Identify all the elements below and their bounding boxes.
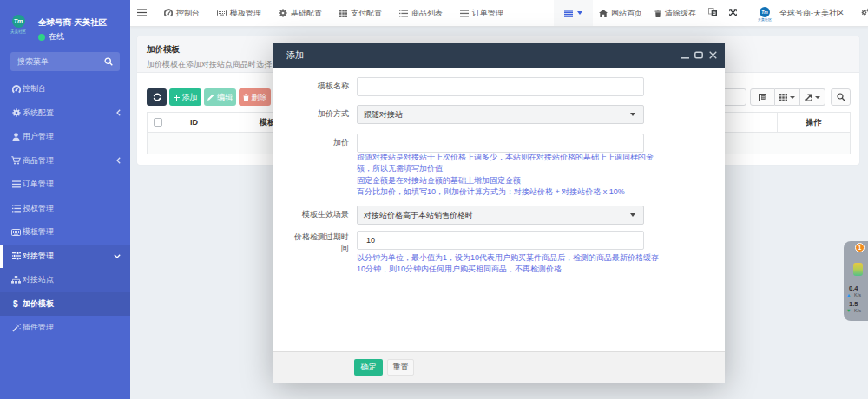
nav-translate[interactable] — [702, 0, 723, 26]
sliders-icon — [11, 252, 21, 261]
nav-clear-cache[interactable]: 清除缓存 — [648, 0, 702, 26]
nav-tabs-dropdown[interactable] — [554, 0, 593, 26]
export-button[interactable] — [800, 88, 825, 106]
sidebar-item-9[interactable]: $加价模板 — [0, 292, 130, 317]
chevron-left-icon — [116, 157, 121, 164]
col-action[interactable]: 操作 — [778, 113, 851, 133]
sidebar-item-7[interactable]: 对接管理 — [0, 245, 130, 269]
template-name-input[interactable] — [357, 77, 644, 96]
gear-icon — [279, 9, 287, 17]
refresh-button[interactable] — [147, 88, 167, 106]
svg-text:$: $ — [13, 299, 18, 309]
label-scene: 模板生效场景 — [293, 209, 349, 220]
sidebar-item-label: 授权管理 — [23, 203, 54, 214]
sidebar-item-8[interactable]: 对接站点 — [0, 268, 130, 292]
list-icon — [11, 180, 21, 189]
nav-tab-3[interactable]: 支付配置 — [331, 0, 391, 26]
paging-toggle-button[interactable] — [750, 88, 775, 106]
label-markup-mode: 加价方式 — [293, 108, 349, 120]
delete-button[interactable]: 删除 — [239, 88, 271, 106]
sidebar-item-6[interactable]: 模板管理 — [0, 220, 130, 245]
logo-icon: Tm — [12, 15, 25, 28]
label-markup: 加价 — [293, 137, 349, 148]
markup-input[interactable] — [357, 134, 644, 153]
user-icon — [11, 132, 21, 141]
caret-down-icon — [630, 213, 635, 217]
col-id[interactable]: ID — [168, 113, 220, 133]
close-icon[interactable] — [706, 49, 720, 62]
sidebar-item-label: 订单管理 — [23, 179, 54, 190]
sidebar-item-10[interactable]: 插件管理 — [0, 316, 130, 340]
speed-meter-icon — [853, 263, 863, 276]
upload-unit: K/s — [854, 292, 861, 298]
logo-subtext: 天美社区 — [9, 29, 28, 33]
nav-tab-2[interactable]: 基础配置 — [270, 0, 331, 26]
dialog-header[interactable]: 添加 — [273, 43, 725, 68]
confirm-button[interactable]: 确定 — [354, 359, 383, 376]
list-icon — [564, 10, 573, 17]
sidebar-item-3[interactable]: 商品管理 — [0, 149, 130, 173]
label-template-name: 模板名称 — [293, 81, 349, 92]
sidebar-search-input[interactable] — [17, 57, 104, 66]
nav-tab-label: 商品列表 — [411, 8, 443, 19]
brand: Tm 天美社区 全球号商-天美社区 在线 — [0, 0, 130, 45]
pencil-icon — [207, 94, 214, 101]
home-icon — [599, 10, 608, 17]
scene-select[interactable]: 对接站价格高于本站销售价格时 — [357, 206, 644, 225]
caret-down-icon — [790, 96, 795, 99]
reset-button[interactable]: 重置 — [387, 359, 414, 376]
maximize-icon[interactable] — [692, 49, 706, 62]
nav-user[interactable]: Tm天美社区 全球号商-天美社区 — [743, 4, 853, 22]
export-icon — [805, 94, 812, 101]
table-view-buttons — [750, 88, 825, 106]
list-icon — [460, 10, 469, 17]
sidebar-item-1[interactable]: 系统配置 — [0, 101, 130, 126]
nav-tab-0[interactable]: 控制台 — [155, 0, 208, 26]
sidebar-item-4[interactable]: 订单管理 — [0, 173, 130, 197]
listalt-icon — [11, 204, 21, 213]
delete-button-label: 删除 — [252, 92, 267, 103]
chevron-left-icon — [116, 109, 121, 116]
nav-fullscreen[interactable] — [723, 0, 743, 26]
menu-toggle-icon[interactable] — [130, 9, 155, 18]
keyboard-icon — [217, 10, 227, 16]
dollar-icon: $ — [11, 299, 21, 309]
net-speed-widget[interactable]: 1 0.4 ▲ K/s 1.5 ▼ K/s — [844, 241, 868, 321]
sidebar-item-label: 用户管理 — [23, 131, 54, 142]
notification-badge: 1 — [855, 243, 865, 252]
keyboard-icon — [11, 227, 21, 237]
nav-tab-5[interactable]: 订单管理 — [451, 0, 512, 26]
sidebar-search[interactable] — [10, 52, 120, 71]
expire-input[interactable] — [357, 231, 644, 250]
markup-mode-select[interactable]: 跟随对接站 — [357, 105, 644, 124]
gear-icon — [11, 108, 21, 118]
select-all-checkbox[interactable] — [154, 118, 162, 127]
nav-tab-1[interactable]: 模板管理 — [208, 0, 270, 26]
navbar-left: 控制台模板管理基础配置支付配置商品列表订单管理 — [130, 0, 593, 26]
sidebar-item-2[interactable]: 用户管理 — [0, 125, 130, 149]
add-button[interactable]: 添加 — [169, 88, 201, 106]
sidebar-item-label: 插件管理 — [23, 322, 54, 333]
sidebar-item-5[interactable]: 授权管理 — [0, 197, 130, 221]
sidebar-item-label: 加价模板 — [23, 298, 54, 310]
download-arrow-icon: ▼ — [846, 308, 851, 313]
dialog-title: 添加 — [286, 49, 304, 62]
nav-tab-label: 订单管理 — [472, 8, 503, 19]
search-button[interactable] — [831, 88, 851, 106]
nav-settings[interactable] — [853, 0, 868, 26]
nav-home[interactable]: 网站首页 — [593, 0, 648, 26]
magic-icon — [11, 323, 21, 332]
download-speed: 1.5 — [844, 300, 868, 308]
cart-icon — [11, 156, 21, 166]
nav-tabs: 控制台模板管理基础配置支付配置商品列表订单管理 — [155, 0, 512, 26]
plus-icon — [174, 95, 180, 101]
dialog-body: 模板名称 加价方式 跟随对接站 加价 跟随对接站是对接站于上次价格上调多少，本站… — [273, 68, 725, 351]
nav-tab-label: 基础配置 — [291, 8, 322, 19]
search-icon — [837, 93, 845, 101]
avatar-wrap: Tm天美社区 — [758, 7, 772, 22]
minimize-icon[interactable] — [678, 49, 692, 62]
nav-tab-4[interactable]: 商品列表 — [391, 0, 451, 26]
columns-button[interactable] — [775, 88, 800, 106]
sidebar-item-0[interactable]: 控制台 — [0, 77, 130, 101]
edit-button[interactable]: 编辑 — [204, 88, 236, 106]
